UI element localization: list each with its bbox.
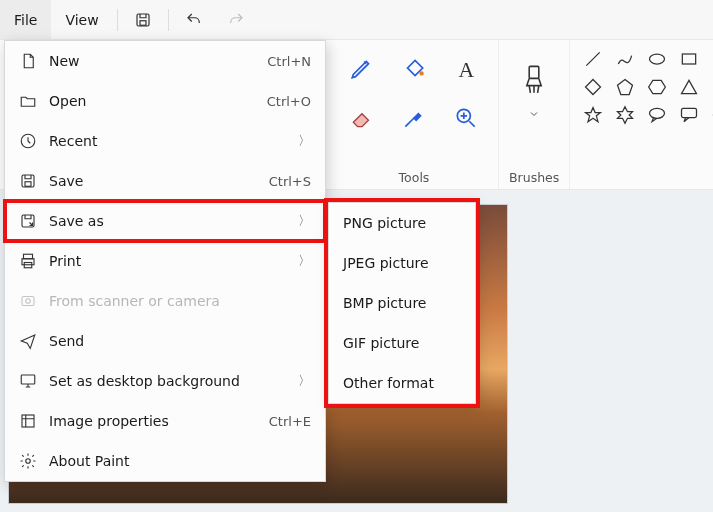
file-menu-open-label: Open bbox=[41, 93, 267, 109]
saveas-gif[interactable]: GIF picture bbox=[329, 323, 475, 363]
text-tool[interactable]: A bbox=[444, 46, 488, 90]
menubar-file-label: File bbox=[14, 12, 37, 28]
shape-rect[interactable] bbox=[676, 46, 702, 72]
folder-icon bbox=[19, 92, 37, 110]
brush-icon bbox=[519, 64, 549, 100]
file-menu-setbg-label: Set as desktop background bbox=[41, 373, 298, 389]
svg-point-22 bbox=[26, 459, 31, 464]
brushes-label: Brushes bbox=[509, 164, 559, 185]
shape-pentagon[interactable] bbox=[612, 74, 638, 100]
shape-speech[interactable] bbox=[644, 102, 670, 128]
magnifier-icon bbox=[453, 105, 479, 131]
menubar-view[interactable]: View bbox=[51, 0, 112, 39]
save-quick-button[interactable] bbox=[122, 0, 164, 39]
file-menu-scanner-label: From scanner or camera bbox=[41, 293, 311, 309]
redo-button[interactable] bbox=[215, 0, 257, 39]
chevron-down-icon bbox=[528, 108, 540, 120]
undo-icon bbox=[185, 11, 203, 29]
zoom-tool[interactable] bbox=[444, 96, 488, 140]
tools-label: Tools bbox=[399, 164, 430, 185]
svg-rect-7 bbox=[683, 54, 696, 64]
separator bbox=[168, 9, 169, 31]
clock-icon bbox=[19, 132, 37, 150]
file-menu-open[interactable]: Open Ctrl+O bbox=[5, 81, 325, 121]
file-menu-send-label: Send bbox=[41, 333, 311, 349]
scanner-icon bbox=[19, 292, 37, 310]
svg-rect-20 bbox=[21, 375, 35, 384]
saveas-jpeg[interactable]: JPEG picture bbox=[329, 243, 475, 283]
file-menu-print-label: Print bbox=[41, 253, 298, 269]
chevron-right-icon: 〉 bbox=[298, 372, 311, 390]
svg-rect-10 bbox=[682, 108, 697, 117]
picker-tool[interactable] bbox=[392, 96, 436, 140]
file-menu-new-label: New bbox=[41, 53, 267, 69]
file-icon bbox=[19, 52, 37, 70]
line-icon bbox=[583, 49, 603, 69]
separator bbox=[117, 9, 118, 31]
tools-group: A Tools bbox=[330, 40, 499, 189]
file-menu-save-accel: Ctrl+S bbox=[269, 174, 311, 189]
file-menu-about-label: About Paint bbox=[41, 453, 311, 469]
file-menu-open-accel: Ctrl+O bbox=[267, 94, 311, 109]
saveas-icon bbox=[19, 212, 37, 230]
file-menu-save[interactable]: Save Ctrl+S bbox=[5, 161, 325, 201]
speech-icon bbox=[647, 105, 667, 125]
shape-star6[interactable] bbox=[612, 102, 638, 128]
file-menu-recent[interactable]: Recent 〉 bbox=[5, 121, 325, 161]
eraser-tool[interactable] bbox=[340, 96, 384, 140]
file-menu-props[interactable]: Image properties Ctrl+E bbox=[5, 401, 325, 441]
svg-rect-12 bbox=[22, 175, 34, 187]
shape-hexagon[interactable] bbox=[644, 74, 670, 100]
saveas-other-label: Other format bbox=[343, 375, 434, 391]
desktop-icon bbox=[19, 372, 37, 390]
file-menu-new[interactable]: New Ctrl+N bbox=[5, 41, 325, 81]
curve-icon bbox=[615, 49, 635, 69]
pencil-tool[interactable] bbox=[340, 46, 384, 90]
properties-icon bbox=[19, 412, 37, 430]
file-menu-send[interactable]: Send bbox=[5, 321, 325, 361]
oval-icon bbox=[647, 49, 667, 69]
file-menu-about[interactable]: About Paint bbox=[5, 441, 325, 481]
undo-button[interactable] bbox=[173, 0, 215, 39]
file-menu-setbg[interactable]: Set as desktop background 〉 bbox=[5, 361, 325, 401]
chevron-right-icon: 〉 bbox=[298, 252, 311, 270]
svg-point-9 bbox=[650, 108, 665, 118]
shapes-group bbox=[570, 40, 713, 189]
svg-rect-1 bbox=[140, 20, 146, 25]
file-menu-saveas[interactable]: Save as 〉 bbox=[5, 201, 325, 241]
svg-rect-21 bbox=[22, 415, 34, 427]
eyedropper-icon bbox=[401, 105, 427, 131]
file-menu-scanner: From scanner or camera bbox=[5, 281, 325, 321]
saveas-bmp[interactable]: BMP picture bbox=[329, 283, 475, 323]
saveas-other[interactable]: Other format bbox=[329, 363, 475, 403]
saveas-bmp-label: BMP picture bbox=[343, 295, 426, 311]
svg-rect-0 bbox=[137, 14, 149, 26]
bucket-icon bbox=[401, 55, 427, 81]
file-menu-print[interactable]: Print 〉 bbox=[5, 241, 325, 281]
shape-triangle[interactable] bbox=[676, 74, 702, 100]
callout-icon bbox=[679, 105, 699, 125]
shape-line[interactable] bbox=[580, 46, 606, 72]
file-menu-new-accel: Ctrl+N bbox=[267, 54, 311, 69]
brushes-button[interactable] bbox=[519, 46, 549, 120]
fill-tool[interactable] bbox=[392, 46, 436, 90]
file-menu-props-label: Image properties bbox=[41, 413, 269, 429]
shape-diamond[interactable] bbox=[580, 74, 606, 100]
menubar-file[interactable]: File bbox=[0, 0, 51, 39]
shape-callout[interactable] bbox=[676, 102, 702, 128]
shape-righttri[interactable] bbox=[708, 74, 713, 100]
star-icon bbox=[583, 105, 603, 125]
svg-text:A: A bbox=[458, 58, 474, 81]
rect-icon bbox=[679, 49, 699, 69]
shape-oval[interactable] bbox=[644, 46, 670, 72]
triangle-icon bbox=[679, 77, 699, 97]
brushes-group: Brushes bbox=[499, 40, 570, 189]
shape-roundrect[interactable] bbox=[708, 46, 713, 72]
shape-cloud[interactable] bbox=[708, 102, 713, 128]
eraser-icon bbox=[349, 105, 375, 131]
shape-star[interactable] bbox=[580, 102, 606, 128]
svg-point-19 bbox=[26, 299, 31, 304]
file-menu-recent-label: Recent bbox=[41, 133, 298, 149]
shape-curve[interactable] bbox=[612, 46, 638, 72]
saveas-png[interactable]: PNG picture bbox=[329, 203, 475, 243]
